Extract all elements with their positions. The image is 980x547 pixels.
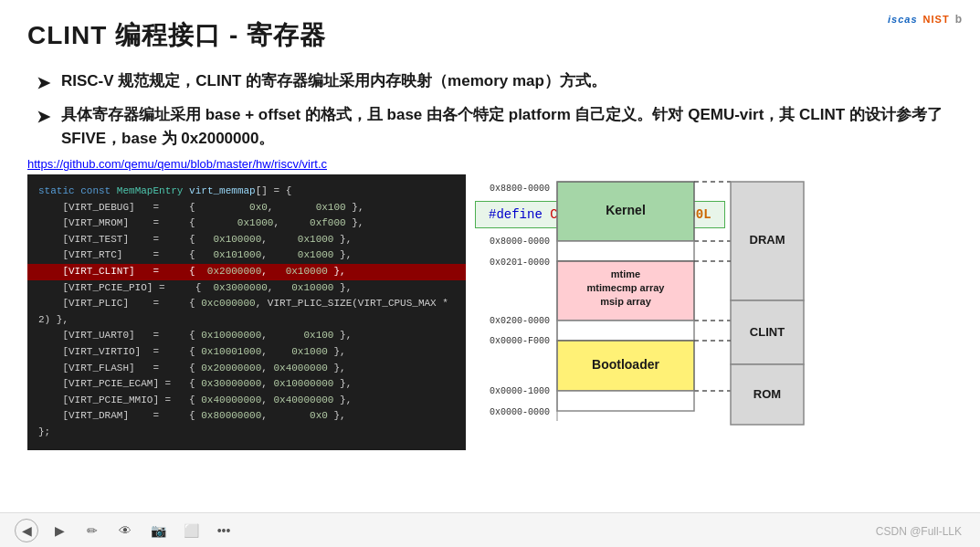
page-title: CLINT 编程接口 - 寄存器 xyxy=(27,18,953,53)
addr-0x8800: 0x8800-0000 xyxy=(490,184,550,194)
code-row-debug: [VIRT_DEBUG] = { 0x0, 0x100 }, xyxy=(38,200,455,216)
watermark-text: CSDN @Full-LLK xyxy=(876,525,962,538)
addr-0x1000: 0x0000-1000 xyxy=(490,386,550,396)
addr-0x0201: 0x0201-0000 xyxy=(490,258,550,268)
code-row-virtio: [VIRT_VIRTIO] = { 0x10001000, 0x1000 }, xyxy=(38,344,455,361)
memory-svg: 0x8800-0000 Kernel 0x8000-0000 DRAM 0x02… xyxy=(484,174,831,444)
bullet-arrow-2: ➤ xyxy=(37,105,50,130)
github-link[interactable]: https://github.com/qemu/qemu/blob/master… xyxy=(27,157,953,171)
gap1-block xyxy=(557,241,694,261)
dram-label: DRAM xyxy=(750,233,785,247)
more-icon[interactable]: ••• xyxy=(212,519,236,542)
memory-diagram: 0x8800-0000 Kernel 0x8000-0000 DRAM 0x02… xyxy=(466,174,953,450)
code-row-plic: [VIRT_PLIC] = { 0xc000000, VIRT_PLIC_SIZ… xyxy=(38,296,455,328)
code-row-flash: [VIRT_FLASH] = { 0x20000000, 0x4000000 }… xyxy=(38,361,455,377)
addr-0x0000: 0x0000-0000 xyxy=(490,407,550,417)
kernel-label: Kernel xyxy=(606,203,646,217)
code-row-uart0: [VIRT_UART0] = { 0x10000000, 0x100 }, xyxy=(38,328,455,344)
bullet-item-2: ➤ 具体寄存器编址采用 base + offset 的格式，且 base 由各个… xyxy=(37,103,953,150)
bootloader-label: Bootloader xyxy=(592,357,659,372)
code-row-mrom: [VIRT_MROM] = { 0x1000, 0xf000 }, xyxy=(38,216,455,232)
bullet-list: ➤ RISC-V 规范规定，CLINT 的寄存器编址采用内存映射（memory … xyxy=(37,69,953,150)
slide: iscas NIST b CLINT 编程接口 - 寄存器 ➤ RISC-V 规… xyxy=(0,0,980,547)
msip-label: msip array xyxy=(600,296,652,307)
code-row-rtc: [VIRT_RTC] = { 0x101000, 0x1000 }, xyxy=(38,247,455,264)
iscas-logo: iscas xyxy=(888,14,918,25)
camera-icon[interactable]: 📷 xyxy=(146,519,170,542)
edit-pencil-icon[interactable]: ✏ xyxy=(80,519,104,542)
code-row-pcie-ecam: [VIRT_PCIE_ECAM] = { 0x30000000, 0x10000… xyxy=(38,376,455,393)
gap2-block xyxy=(557,321,694,341)
clint-label: CLINT xyxy=(750,325,785,339)
bullet-text-2: 具体寄存器编址采用 base + offset 的格式，且 base 由各个特定… xyxy=(61,103,953,150)
bilibili-icon: b xyxy=(955,13,962,26)
eye-icon[interactable]: 👁 xyxy=(113,519,137,542)
bullet-item-1: ➤ RISC-V 规范规定，CLINT 的寄存器编址采用内存映射（memory … xyxy=(37,69,953,96)
code-header: static const MemMapEntry virt_memmap[] =… xyxy=(38,184,455,200)
code-footer: }; xyxy=(38,425,455,441)
gap3-block xyxy=(557,391,694,411)
nist-logo: NIST xyxy=(923,14,950,25)
play-button[interactable]: ▶ xyxy=(47,519,71,542)
bullet-text-1: RISC-V 规范规定，CLINT 的寄存器编址采用内存映射（memory ma… xyxy=(61,69,953,93)
addr-0x8000: 0x8000-0000 xyxy=(490,237,550,247)
screen-icon[interactable]: ⬜ xyxy=(179,519,203,542)
main-content: static const MemMapEntry virt_memmap[] =… xyxy=(27,174,953,450)
code-row-pcie-pio: [VIRT_PCIE_PIO] = { 0x3000000, 0x10000 }… xyxy=(38,280,455,297)
addr-0xf000: 0x0000-F000 xyxy=(490,336,550,346)
nav-icons: ◀ ▶ ✏ 👁 📷 ⬜ ••• xyxy=(15,519,236,542)
code-block: static const MemMapEntry virt_memmap[] =… xyxy=(27,174,466,450)
code-row-pcie-mmio: [VIRT_PCIE_MMIO] = { 0x40000000, 0x40000… xyxy=(38,393,455,409)
code-row-dram: [VIRT_DRAM] = { 0x80000000, 0x0 }, xyxy=(38,408,455,425)
rom-label: ROM xyxy=(753,387,781,401)
addr-0x0200: 0x0200-0000 xyxy=(490,316,550,326)
prev-button[interactable]: ◀ xyxy=(15,519,38,542)
logos: iscas NIST b xyxy=(888,13,962,26)
mtimecmp-label: mtimecmp array xyxy=(587,282,666,293)
code-row-test: [VIRT_TEST] = { 0x100000, 0x1000 }, xyxy=(38,232,455,248)
mtime-label: mtime xyxy=(611,268,640,279)
bottom-bar: ◀ ▶ ✏ 👁 📷 ⬜ ••• CSDN @Full-LLK xyxy=(0,512,980,547)
code-row-clint: [VIRT_CLINT] = { 0x2000000, 0x10000 }, xyxy=(27,264,466,280)
bullet-arrow-1: ➤ xyxy=(37,71,50,96)
